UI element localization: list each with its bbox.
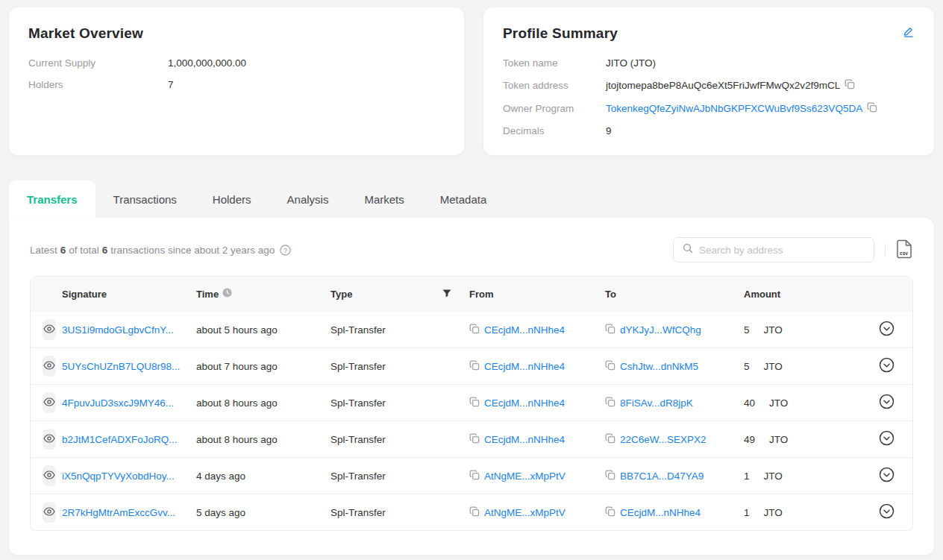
amount-value: 40 — [744, 397, 755, 409]
from-address-link[interactable]: CEcjdM...nNHhe4 — [484, 434, 565, 445]
time-cell: about 8 hours ago — [190, 434, 325, 445]
header-time[interactable]: Time — [190, 288, 325, 300]
copy-owner-program-button[interactable] — [867, 102, 877, 115]
table-row: 3US1i9mdoGLgbvCfnY... about 5 hours ago … — [31, 311, 912, 347]
copy-to-button[interactable] — [605, 397, 615, 409]
signature-link[interactable]: b2JtM1CefADXFoJoRQ... — [62, 434, 178, 445]
owner-program-row: Owner Program TokenkegQfeZyiNwAJbNbGKPFX… — [503, 97, 915, 120]
chevron-down-circle-icon — [879, 503, 895, 521]
expand-row-button[interactable] — [879, 357, 895, 375]
help-question-icon[interactable]: ? — [280, 245, 291, 256]
time-cell: about 8 hours ago — [190, 397, 325, 409]
toolbar-divider — [885, 244, 886, 256]
table-row: b2JtM1CefADXFoJoRQ... about 8 hours ago … — [31, 421, 912, 457]
to-address-link[interactable]: dYKJyJ...WfCQhg — [620, 324, 701, 336]
owner-program-link[interactable]: TokenkegQfeZyiNwAJbNbGKPFXCWuBvf9Ss623VQ… — [606, 103, 862, 114]
copy-to-button[interactable] — [605, 470, 615, 482]
tab-holders[interactable]: Holders — [195, 180, 269, 218]
decimals-label: Decimals — [503, 125, 606, 136]
copy-from-button[interactable] — [469, 506, 480, 519]
expand-row-button[interactable] — [879, 394, 895, 412]
search-box[interactable] — [673, 237, 874, 262]
from-address-link[interactable]: CEcjdM...nNHhe4 — [484, 361, 565, 372]
amount-unit: JTO — [769, 434, 788, 445]
token-name-value: JITO (JTO) — [606, 57, 656, 69]
edit-profile-button[interactable] — [902, 25, 915, 40]
expand-row-button[interactable] — [879, 503, 895, 521]
time-cell: about 5 hours ago — [190, 324, 325, 336]
svg-text:?: ? — [283, 246, 287, 254]
signature-link[interactable]: 5UYsChUZnB7LQU8r98... — [62, 361, 180, 372]
header-amount: Amount — [738, 289, 866, 300]
copy-to-button[interactable] — [605, 506, 615, 519]
amount-value: 1 — [744, 507, 750, 518]
signature-link[interactable]: iX5nQqpTYVyXobdHoy... — [62, 471, 175, 482]
decimals-value: 9 — [606, 125, 612, 136]
holders-value: 7 — [168, 79, 174, 90]
table-row: 4FpuvJuD3sxcJ9MY46... about 8 hours ago … — [31, 384, 912, 421]
copy-from-button[interactable] — [469, 324, 480, 336]
current-supply-value: 1,000,000,000.00 — [168, 57, 246, 69]
copy-to-button[interactable] — [605, 433, 615, 446]
from-address-link[interactable]: AtNgME...xMpPtV — [484, 507, 566, 518]
tab-transactions[interactable]: Transactions — [95, 180, 195, 218]
chevron-down-circle-icon — [879, 321, 895, 339]
to-address-link[interactable]: CEcjdM...nNHhe4 — [620, 507, 701, 518]
to-address-link[interactable]: 8FiSAv...dR8jpK — [620, 397, 693, 409]
copy-icon — [469, 433, 480, 446]
copy-from-button[interactable] — [469, 470, 480, 482]
amount-value: 5 — [744, 361, 750, 372]
tab-analysis[interactable]: Analysis — [269, 180, 347, 218]
expand-row-button[interactable] — [879, 321, 895, 339]
filter-icon[interactable] — [442, 289, 451, 300]
copy-icon — [469, 506, 480, 519]
header-type: Type — [325, 289, 463, 300]
copy-to-button[interactable] — [605, 360, 615, 373]
table-body: 3US1i9mdoGLgbvCfnY... about 5 hours ago … — [31, 311, 912, 530]
tab-transfers[interactable]: Transfers — [9, 180, 95, 218]
token-address-label: Token address — [503, 80, 606, 91]
signature-link[interactable]: 2R7kHgMtrAmExccGvv... — [62, 507, 175, 518]
summary-latest-count: 6 — [60, 245, 66, 256]
clock-icon — [222, 288, 232, 300]
export-csv-button[interactable]: csv — [896, 239, 913, 261]
preview-eye-button[interactable] — [43, 319, 56, 340]
expand-row-button[interactable] — [879, 467, 895, 485]
summary-latest-label: Latest — [30, 245, 57, 256]
from-address-link[interactable]: AtNgME...xMpPtV — [484, 471, 566, 482]
preview-eye-button[interactable] — [43, 356, 56, 377]
from-address-link[interactable]: CEcjdM...nNHhe4 — [484, 324, 565, 336]
token-address-row: Token address jtojtomepa8beP8AuQc6eXt5Fr… — [503, 74, 915, 97]
tab-metadata[interactable]: Metadata — [422, 180, 505, 218]
copy-from-button[interactable] — [469, 360, 480, 373]
to-address-link[interactable]: BB7C1A...D47YA9 — [620, 471, 704, 482]
copy-from-button[interactable] — [469, 433, 480, 446]
preview-eye-button[interactable] — [43, 502, 56, 523]
chevron-down-circle-icon — [879, 430, 895, 448]
tab-markets[interactable]: Markets — [346, 180, 422, 218]
preview-eye-button[interactable] — [43, 465, 56, 486]
signature-link[interactable]: 4FpuvJuD3sxcJ9MY46... — [62, 397, 174, 409]
signature-link[interactable]: 3US1i9mdoGLgbvCfnY... — [62, 324, 174, 336]
token-name-label: Token name — [503, 57, 606, 69]
copy-icon — [867, 102, 877, 115]
edit-pencil-icon — [902, 25, 915, 40]
copy-icon — [605, 506, 615, 519]
time-cell: 4 days ago — [190, 471, 325, 482]
copy-icon — [605, 470, 615, 482]
profile-summary-title: Profile Summary — [503, 25, 618, 42]
table-row: 5UYsChUZnB7LQU8r98... about 7 hours ago … — [31, 347, 912, 384]
eye-icon — [43, 397, 55, 409]
from-address-link[interactable]: CEcjdM...nNHhe4 — [484, 397, 565, 409]
current-supply-label: Current Supply — [28, 57, 168, 69]
to-address-link[interactable]: CshJtw...dnNkM5 — [620, 361, 698, 372]
to-address-link[interactable]: 22C6eW...SEXPX2 — [620, 434, 707, 445]
preview-eye-button[interactable] — [43, 429, 56, 450]
copy-to-button[interactable] — [605, 324, 615, 336]
copy-from-button[interactable] — [469, 397, 480, 409]
copy-token-address-button[interactable] — [845, 79, 855, 92]
expand-row-button[interactable] — [879, 430, 895, 448]
preview-eye-button[interactable] — [43, 392, 56, 413]
search-input[interactable] — [699, 245, 866, 256]
copy-icon — [605, 360, 615, 373]
